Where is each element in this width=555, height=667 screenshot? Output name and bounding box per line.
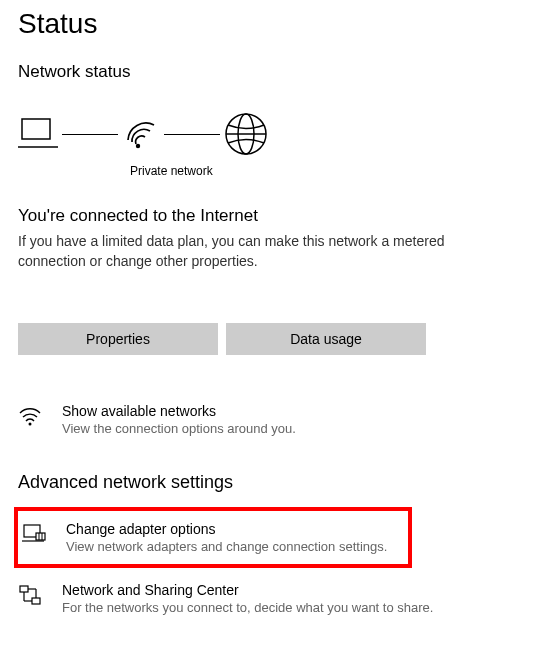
svg-point-2 xyxy=(136,144,140,148)
button-row: Properties Data usage xyxy=(18,323,537,355)
link-title: Show available networks xyxy=(62,403,296,419)
properties-button[interactable]: Properties xyxy=(18,323,218,355)
link-desc: View network adapters and change connect… xyxy=(66,539,387,554)
adapter-icon xyxy=(22,521,50,545)
svg-rect-13 xyxy=(32,598,40,604)
connection-heading: You're connected to the Internet xyxy=(18,206,537,226)
network-sharing-center[interactable]: Network and Sharing Center For the netwo… xyxy=(18,576,537,621)
change-adapter-options[interactable]: Change adapter options View network adap… xyxy=(18,515,408,560)
svg-rect-12 xyxy=(20,586,28,592)
sharing-icon xyxy=(18,582,46,608)
connection-line xyxy=(164,134,220,135)
wifi-small-icon xyxy=(18,403,46,427)
connection-line xyxy=(62,134,118,135)
network-diagram xyxy=(18,90,537,164)
connection-body: If you have a limited data plan, you can… xyxy=(18,232,458,271)
svg-point-6 xyxy=(29,423,32,426)
svg-rect-0 xyxy=(22,119,50,139)
link-title: Network and Sharing Center xyxy=(62,582,433,598)
link-title: Change adapter options xyxy=(66,521,387,537)
wifi-icon xyxy=(122,118,160,150)
globe-icon xyxy=(224,112,268,156)
svg-rect-9 xyxy=(36,533,45,540)
highlight-box: Change adapter options View network adap… xyxy=(14,507,412,568)
computer-icon xyxy=(18,117,58,151)
data-usage-button[interactable]: Data usage xyxy=(226,323,426,355)
show-available-networks[interactable]: Show available networks View the connect… xyxy=(18,397,537,442)
network-status-heading: Network status xyxy=(18,62,537,82)
page-title: Status xyxy=(18,8,537,40)
network-type-label: Private network xyxy=(130,164,537,178)
link-desc: View the connection options around you. xyxy=(62,421,296,436)
link-desc: For the networks you connect to, decide … xyxy=(62,600,433,615)
advanced-heading: Advanced network settings xyxy=(18,472,537,493)
